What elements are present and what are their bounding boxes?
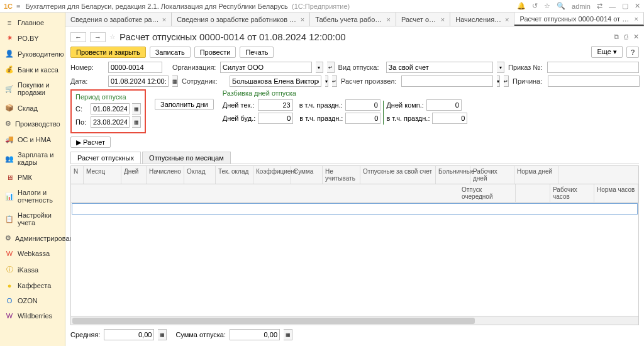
sidebar-item[interactable]: 🖥РМК bbox=[0, 170, 65, 185]
more-button[interactable]: Еще ▾ bbox=[591, 46, 622, 58]
col-header[interactable]: Коэффициент bbox=[253, 166, 291, 184]
close-icon[interactable]: ✕ bbox=[635, 2, 640, 10]
tab-close-icon[interactable]: × bbox=[301, 16, 304, 23]
sidebar-item[interactable]: ✷PO.BY bbox=[0, 30, 65, 46]
org-open[interactable]: ↵ bbox=[327, 62, 335, 73]
tab[interactable]: Расчет отпускных× bbox=[396, 13, 450, 26]
tab[interactable]: Сведения о заработке работников (ПУ-3) 0… bbox=[172, 13, 310, 26]
col-header[interactable]: Месяц bbox=[84, 166, 121, 184]
h-scrollbar[interactable] bbox=[71, 316, 638, 325]
sum-calc[interactable]: ▦ bbox=[284, 329, 292, 340]
nav-fwd[interactable]: → bbox=[90, 32, 106, 42]
sidebar-item[interactable]: ⚙Производство bbox=[0, 116, 65, 131]
col-header[interactable]: Дней bbox=[121, 166, 147, 184]
tab-close-icon[interactable]: × bbox=[635, 15, 638, 23]
org-field[interactable] bbox=[220, 62, 312, 73]
col-header[interactable]: Больничные bbox=[436, 166, 470, 184]
emp-dd[interactable]: ▾ bbox=[325, 75, 328, 87]
pin-icon[interactable]: ⎙ bbox=[624, 33, 628, 41]
calc-dd[interactable]: ▾ bbox=[497, 75, 500, 87]
star-icon[interactable]: ☆ bbox=[544, 2, 550, 10]
order-field[interactable] bbox=[547, 62, 639, 73]
tab[interactable]: Табель учета рабочего времени× bbox=[310, 13, 396, 26]
calc-open[interactable]: ↵ bbox=[504, 75, 509, 87]
sidebar-item[interactable]: ●Каффеста bbox=[0, 278, 65, 293]
col-header[interactable]: Тек. оклад bbox=[216, 166, 253, 184]
tab[interactable]: Расчет отпускных 0000-0014 от 01.08.2024… bbox=[514, 13, 644, 26]
close-doc-icon[interactable]: ✕ bbox=[633, 33, 639, 41]
tab[interactable]: Начисления зарплаты× bbox=[450, 13, 514, 26]
col-header[interactable]: Норма дней bbox=[514, 166, 558, 184]
col-header[interactable]: Начислено bbox=[147, 166, 184, 184]
subtab-calc[interactable]: Расчет отпускных bbox=[70, 152, 141, 164]
avg-calc[interactable]: ▦ bbox=[158, 329, 167, 340]
menu-icon[interactable]: ≡ bbox=[16, 3, 20, 10]
from-cal[interactable]: ▦ bbox=[132, 103, 141, 114]
sidebar-item[interactable]: ⓘiKassa bbox=[0, 261, 65, 278]
kind-dd[interactable]: ▾ bbox=[497, 62, 504, 73]
minimize-icon[interactable]: — bbox=[609, 3, 616, 10]
col-header[interactable]: N bbox=[71, 166, 84, 184]
bell-icon[interactable]: 🔔 bbox=[517, 2, 526, 10]
col-header[interactable]: Оклад bbox=[184, 166, 216, 184]
options-icon[interactable]: ⇄ bbox=[597, 2, 602, 10]
avg-field[interactable] bbox=[104, 329, 154, 340]
hol1-field[interactable] bbox=[345, 99, 380, 111]
number-field[interactable] bbox=[108, 62, 162, 73]
detach-icon[interactable]: ⧉ bbox=[614, 33, 619, 41]
help-button[interactable]: ? bbox=[626, 47, 639, 58]
hol2-field[interactable] bbox=[345, 113, 380, 124]
print-button[interactable]: Печать bbox=[240, 47, 274, 58]
sidebar-item[interactable]: 📊Налоги и отчетность bbox=[0, 185, 65, 208]
to-field[interactable] bbox=[91, 116, 130, 128]
emp-open[interactable]: ↵ bbox=[332, 75, 337, 87]
history-icon[interactable]: ↺ bbox=[532, 2, 538, 10]
nav-back[interactable]: ← bbox=[70, 32, 86, 42]
fav-icon[interactable]: ☆ bbox=[109, 33, 116, 41]
tab[interactable]: Сведения о заработке работников (ПУ-3)× bbox=[65, 13, 172, 26]
sidebar-item[interactable]: 👤Руководителю bbox=[0, 46, 65, 62]
search-icon[interactable]: 🔍 bbox=[557, 2, 565, 10]
fut-field[interactable] bbox=[258, 113, 293, 124]
sidebar-item[interactable]: ⚙Администрирование bbox=[0, 230, 65, 246]
tab-close-icon[interactable]: × bbox=[441, 16, 445, 23]
reason-field[interactable] bbox=[548, 75, 640, 87]
tab-close-icon[interactable]: × bbox=[505, 16, 509, 23]
hol3-field[interactable] bbox=[432, 113, 467, 124]
emp-field[interactable] bbox=[230, 75, 321, 87]
sidebar-item[interactable]: ≡Главное bbox=[0, 15, 65, 30]
user-label[interactable]: admin bbox=[572, 3, 591, 10]
sidebar-item[interactable]: 🛒Покупки и продажи bbox=[0, 77, 65, 100]
grid-body[interactable] bbox=[71, 203, 638, 325]
date-cal[interactable]: ▦ bbox=[172, 75, 178, 87]
col-header[interactable]: Сумма bbox=[291, 166, 323, 184]
sidebar-item[interactable]: 👥Зарплата и кадры bbox=[0, 147, 65, 170]
post-close-button[interactable]: Провести и закрыть bbox=[70, 47, 146, 58]
comp-field[interactable] bbox=[426, 99, 462, 111]
sidebar-item[interactable]: 📦Склад bbox=[0, 100, 65, 116]
subtab-months[interactable]: Отпускные по месяцам bbox=[142, 152, 231, 164]
tab-close-icon[interactable]: × bbox=[162, 16, 166, 23]
calc-field[interactable] bbox=[401, 75, 493, 87]
maximize-icon[interactable]: ▢ bbox=[622, 2, 628, 10]
sidebar-item[interactable]: 💰Банк и касса bbox=[0, 62, 65, 77]
col-header[interactable]: Отпускные за свой счет bbox=[360, 166, 436, 184]
sidebar-item[interactable]: WWebkassa bbox=[0, 246, 65, 261]
write-button[interactable]: Записать bbox=[150, 47, 191, 58]
col-header[interactable]: Не учитывать bbox=[323, 166, 360, 184]
sidebar-item[interactable]: OOZON bbox=[0, 293, 65, 308]
cur-field[interactable] bbox=[258, 99, 293, 111]
sidebar-item[interactable]: 🚚ОС и НМА bbox=[0, 131, 65, 147]
fill-days-button[interactable]: Заполнить дни bbox=[155, 99, 214, 110]
sidebar-item[interactable]: 📋Настройки учета bbox=[0, 208, 65, 230]
post-button[interactable]: Провести bbox=[194, 47, 236, 58]
org-dd[interactable]: ▾ bbox=[316, 62, 323, 73]
to-cal[interactable]: ▦ bbox=[132, 116, 141, 128]
sum-field[interactable] bbox=[230, 329, 280, 340]
col-header[interactable]: Рабочих дней bbox=[470, 166, 514, 184]
calc-button[interactable]: ▶ Расчет bbox=[70, 137, 111, 148]
from-field[interactable] bbox=[91, 103, 130, 114]
sidebar-item[interactable]: WWildberries bbox=[0, 308, 65, 323]
tab-close-icon[interactable]: × bbox=[387, 16, 391, 23]
kind-field[interactable] bbox=[386, 62, 494, 73]
